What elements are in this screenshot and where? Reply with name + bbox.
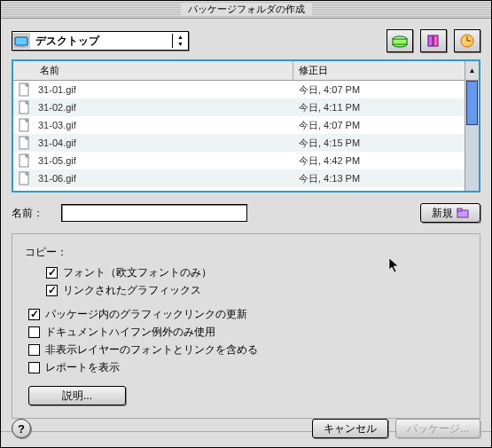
- column-header-modified[interactable]: 修正日: [293, 61, 465, 80]
- label-linked-graphics: リンクされたグラフィックス: [63, 283, 201, 298]
- new-folder-button[interactable]: 新規: [420, 203, 480, 223]
- file-icon: [13, 171, 36, 185]
- file-list-header: 名前 修正日 ▲: [13, 61, 479, 81]
- label-hidden-layers: 非表示レイヤーのフォントとリンクを含める: [45, 342, 258, 358]
- file-name: 31-04.gif: [36, 138, 293, 148]
- file-name: 31-03.gif: [36, 120, 293, 130]
- copy-section-title: コピー：: [25, 245, 467, 260]
- checkbox-hidden-layers[interactable]: [28, 344, 40, 356]
- help-icon: ?: [18, 422, 25, 436]
- file-row[interactable]: 31-04.gif今日, 4:15 PM: [13, 134, 465, 152]
- checkbox-update-links[interactable]: [28, 309, 40, 320]
- file-icon: [13, 100, 36, 114]
- titlebar: パッケージフォルダの作成: [1, 1, 491, 19]
- file-row[interactable]: 31-01.gif今日, 4:07 PM: [13, 81, 465, 98]
- file-list: 名前 修正日 ▲ 31-01.gif今日, 4:07 PM31-02.gif今日…: [12, 59, 480, 193]
- file-date: 今日, 4:11 PM: [293, 101, 465, 114]
- window-title: パッケージフォルダの作成: [181, 3, 312, 16]
- file-date: 今日, 4:13 PM: [293, 172, 465, 185]
- name-input[interactable]: [61, 204, 247, 222]
- file-row[interactable]: 31-06.gif今日, 4:13 PM: [13, 169, 465, 187]
- checkbox-font-roman[interactable]: [46, 267, 58, 279]
- file-name: 31-02.gif: [36, 102, 293, 113]
- file-icon: [13, 118, 36, 132]
- package-button-label: パッケージ...: [407, 421, 469, 436]
- file-icon: [13, 136, 36, 150]
- location-label: デスクトップ: [30, 34, 172, 49]
- file-row[interactable]: 31-05.gif今日, 4:42 PM: [13, 152, 465, 169]
- file-name: 31-06.gif: [36, 173, 293, 184]
- file-date: 今日, 4:07 PM: [293, 119, 465, 132]
- help-button[interactable]: ?: [12, 419, 31, 438]
- new-button-label: 新規: [432, 206, 453, 221]
- scrollbar-thumb[interactable]: [466, 81, 478, 125]
- checkbox-linked-graphics[interactable]: [46, 285, 58, 296]
- label-update-links: パッケージ内のグラフィックリンクの更新: [45, 307, 247, 322]
- cancel-button[interactable]: キャンセル: [312, 419, 388, 438]
- file-icon: [13, 83, 36, 97]
- name-label: 名前：: [12, 206, 54, 221]
- svg-rect-0: [15, 37, 27, 45]
- checkbox-show-report[interactable]: [28, 362, 40, 373]
- file-row[interactable]: 31-03.gif今日, 4:07 PM: [13, 116, 465, 134]
- svg-rect-4: [393, 39, 407, 44]
- cancel-button-label: キャンセル: [324, 421, 377, 436]
- label-show-report: レポートを表示: [45, 360, 120, 375]
- sort-indicator[interactable]: ▲: [465, 61, 479, 80]
- svg-rect-17: [457, 208, 462, 211]
- checkbox-hyphen-exceptions[interactable]: [28, 326, 40, 338]
- location-dropdown[interactable]: デスクトップ ▲▼: [12, 31, 189, 51]
- file-date: 今日, 4:07 PM: [293, 83, 465, 97]
- book-icon: [426, 34, 441, 48]
- file-icon: [13, 153, 36, 168]
- column-header-name[interactable]: 名前: [13, 61, 293, 80]
- scrollbar[interactable]: [465, 81, 479, 191]
- shortcut-disk-button[interactable]: [387, 29, 413, 52]
- label-hyphen-exceptions: ドキュメントハイフン例外のみ使用: [45, 325, 215, 340]
- options-panel: コピー： フォント（欧文フォントのみ） リンクされたグラフィックス パッケージ内…: [12, 233, 480, 419]
- file-date: 今日, 4:42 PM: [293, 154, 465, 168]
- svg-rect-5: [428, 35, 433, 46]
- desktop-icon: [12, 33, 30, 49]
- explain-button-label: 説明...: [62, 389, 92, 404]
- svg-rect-1: [18, 45, 25, 47]
- package-button: パッケージ...: [395, 419, 480, 438]
- clock-icon: [460, 34, 474, 48]
- file-name: 31-01.gif: [36, 84, 293, 95]
- dialog-window: パッケージフォルダの作成 デスクトップ ▲▼ 名前: [0, 0, 492, 448]
- dropdown-arrows-icon: ▲▼: [172, 34, 188, 48]
- svg-rect-6: [433, 35, 438, 46]
- explain-button[interactable]: 説明...: [28, 386, 126, 405]
- folder-icon: [457, 207, 469, 219]
- file-name: 31-05.gif: [36, 155, 293, 166]
- disk-icon: [392, 34, 408, 48]
- label-font-roman: フォント（欧文フォントのみ）: [63, 265, 212, 280]
- shortcut-recent-button[interactable]: [454, 29, 480, 52]
- file-date: 今日, 4:15 PM: [293, 137, 465, 150]
- file-row[interactable]: 31-02.gif今日, 4:11 PM: [13, 98, 465, 116]
- shortcut-favorites-button[interactable]: [420, 29, 447, 52]
